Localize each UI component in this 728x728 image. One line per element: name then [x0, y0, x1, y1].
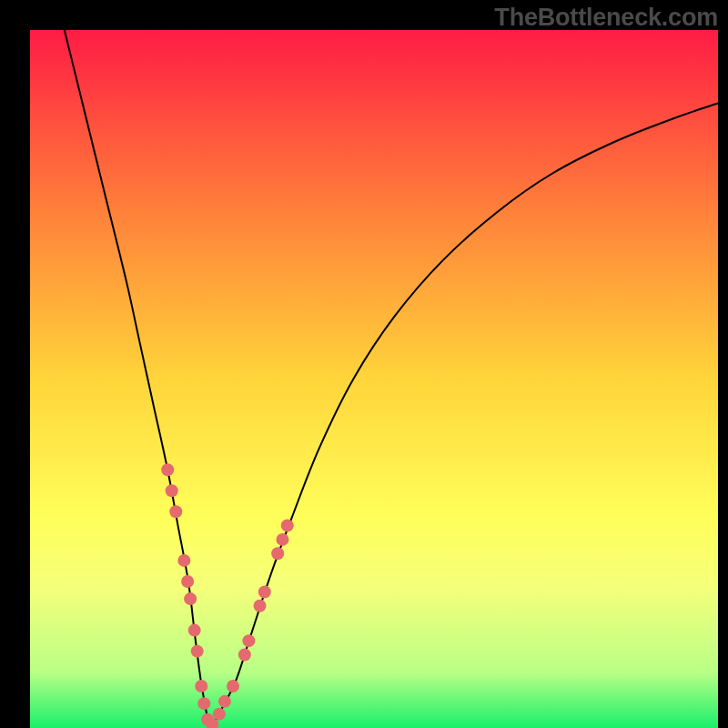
chart-frame: TheBottleneck.com: [0, 0, 728, 728]
plot-background: [30, 30, 718, 728]
highlight-dot: [169, 505, 182, 518]
highlight-dot: [227, 680, 239, 693]
highlight-dot: [161, 463, 174, 476]
highlight-dot: [184, 592, 197, 605]
highlight-dot: [191, 645, 204, 658]
highlight-dot: [218, 695, 231, 708]
highlight-dot: [197, 697, 210, 710]
bottleneck-chart: [0, 0, 728, 728]
watermark-text: TheBottleneck.com: [494, 4, 718, 32]
highlight-dot: [276, 533, 288, 546]
highlight-dot: [181, 575, 194, 588]
highlight-dot: [166, 484, 178, 497]
highlight-dot: [238, 648, 251, 661]
highlight-dot: [258, 585, 271, 598]
highlight-dot: [188, 624, 201, 637]
highlight-dot: [213, 708, 226, 721]
highlight-dot: [271, 547, 284, 560]
highlight-dot: [242, 634, 255, 647]
highlight-dot: [195, 680, 207, 693]
highlight-dot: [177, 554, 190, 567]
highlight-dot: [281, 520, 294, 532]
highlight-dot: [254, 600, 267, 612]
